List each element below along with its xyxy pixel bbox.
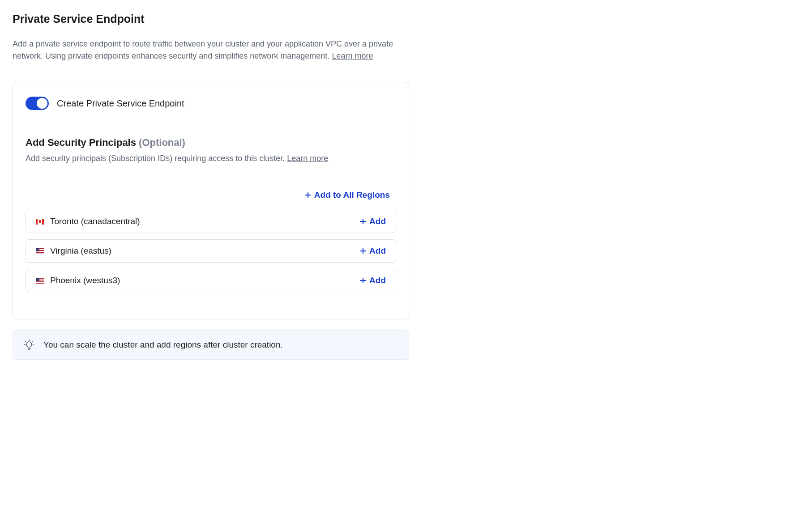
region-left: Phoenix (westus3) bbox=[36, 276, 120, 285]
page-title: Private Service Endpoint bbox=[13, 13, 799, 25]
principals-heading: Add Security Principals (Optional) bbox=[26, 137, 396, 149]
endpoint-card: Create Private Service Endpoint Add Secu… bbox=[13, 82, 409, 319]
region-list: Toronto (canadacentral) Add Virginia (ea… bbox=[26, 210, 396, 292]
toggle-row: Create Private Service Endpoint bbox=[26, 97, 396, 110]
add-to-all-regions-button[interactable]: Add to All Regions bbox=[304, 190, 390, 200]
principals-heading-optional: (Optional) bbox=[139, 137, 185, 148]
learn-more-link[interactable]: Learn more bbox=[332, 51, 373, 60]
tip-box: You can scale the cluster and add region… bbox=[13, 330, 409, 360]
principals-learn-more-link[interactable]: Learn more bbox=[287, 154, 328, 163]
plus-icon bbox=[359, 218, 367, 225]
region-row: Toronto (canadacentral) Add bbox=[26, 210, 396, 233]
region-left: Toronto (canadacentral) bbox=[36, 217, 140, 226]
add-all-label: Add to All Regions bbox=[314, 190, 390, 200]
tip-text: You can scale the cluster and add region… bbox=[43, 340, 283, 350]
flag-usa-icon bbox=[36, 278, 44, 284]
flag-canada-icon bbox=[36, 219, 44, 225]
principals-description: Add security principals (Subscription ID… bbox=[26, 154, 396, 163]
svg-point-8 bbox=[26, 342, 32, 347]
svg-line-14 bbox=[26, 341, 26, 342]
toggle-knob bbox=[37, 98, 47, 109]
region-add-label: Add bbox=[369, 246, 386, 256]
region-add-button[interactable]: Add bbox=[359, 246, 386, 256]
region-row: Virginia (eastus) Add bbox=[26, 239, 396, 263]
region-name: Virginia (eastus) bbox=[50, 246, 111, 256]
principals-description-text: Add security principals (Subscription ID… bbox=[26, 154, 287, 163]
flag-usa-icon bbox=[36, 248, 44, 254]
plus-icon bbox=[359, 277, 367, 284]
lightbulb-icon bbox=[23, 339, 35, 351]
region-row: Phoenix (westus3) Add bbox=[26, 269, 396, 292]
create-endpoint-toggle[interactable] bbox=[26, 97, 49, 110]
svg-line-15 bbox=[32, 341, 33, 342]
region-name: Phoenix (westus3) bbox=[50, 276, 120, 285]
toggle-label: Create Private Service Endpoint bbox=[57, 98, 184, 109]
region-add-button[interactable]: Add bbox=[359, 217, 386, 226]
region-add-button[interactable]: Add bbox=[359, 276, 386, 285]
region-left: Virginia (eastus) bbox=[36, 246, 111, 256]
region-name: Toronto (canadacentral) bbox=[50, 217, 140, 226]
region-add-label: Add bbox=[369, 276, 386, 285]
page-description: Add a private service endpoint to route … bbox=[13, 38, 415, 62]
plus-icon bbox=[359, 247, 367, 255]
plus-icon bbox=[304, 191, 312, 199]
add-all-row: Add to All Regions bbox=[26, 190, 396, 200]
principals-heading-main: Add Security Principals bbox=[26, 137, 139, 148]
region-add-label: Add bbox=[369, 217, 386, 226]
